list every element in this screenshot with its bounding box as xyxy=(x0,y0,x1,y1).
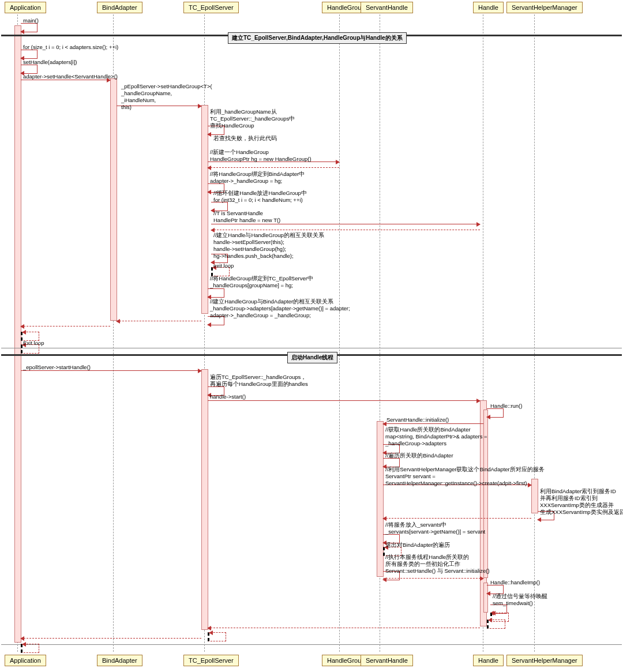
msg-main: main() xyxy=(23,17,39,24)
msg-pepoll: _pEpollServer->setHandleGroup<T>( _handl… xyxy=(121,83,212,111)
msg-handle-start: handle->start() xyxy=(210,393,246,400)
return-hg xyxy=(208,167,339,168)
participant-shm: ServantHelperManager xyxy=(506,2,583,13)
msg-exit-inner: exit loop xyxy=(213,262,234,269)
participant-handle-b: Handle xyxy=(473,655,504,666)
msg-get-adapters: //获取Handle所关联的BindAdapter map<string, Bi… xyxy=(385,426,487,447)
msg-starthandle: _epollServer->startHandle() xyxy=(23,364,91,371)
msg-new-handle: //T is ServantHandle HandlePtr handle = … xyxy=(213,210,280,224)
arrow-handle-start xyxy=(208,400,480,401)
msg-new-hg: //新建一个HandleGroup HandleGroupPtr hg = ne… xyxy=(210,149,312,163)
participant-application: Application xyxy=(5,2,46,13)
msg-rel-handle: //建立Handle与HandleGroup的相互关联关系 handle->se… xyxy=(213,232,324,260)
msg-exit-outer: Exit loop xyxy=(23,340,44,347)
return-handle xyxy=(211,230,480,230)
msg-servant-init: ServantHandle::initialize() xyxy=(386,416,449,423)
msg-put-servant: //将服务放入_servants中 _servants[servant->get… xyxy=(385,521,485,535)
sequence-diagram: Application BindAdapter TC_EpollServer H… xyxy=(0,0,623,672)
msg-hg-bindadapter: //建立HandleGroup与BindAdapter的相互关联关系 _hand… xyxy=(210,298,350,319)
self-for xyxy=(21,50,37,59)
return-servant-init xyxy=(383,578,483,579)
participant-application-b: Application xyxy=(5,655,46,666)
return-handle-start xyxy=(208,628,480,628)
msg-for-adapters: for (size_t i = 0; i < adapters.size(); … xyxy=(23,44,118,51)
self-bind-hg-epoll xyxy=(208,288,224,298)
participant-servanthandle-b: ServantHandle xyxy=(361,655,413,666)
msg-loop-hg: 遍历TC_EpollServer::_handleGroups， 再遍历每个Ha… xyxy=(210,374,308,388)
msg-create-servant: //利用ServantHelperManager获取这个BindAdapter所… xyxy=(385,466,545,487)
msg-sem-wait: //通过信号量等待唤醒 sem_timedwait() xyxy=(493,593,547,607)
participant-handle: Handle xyxy=(473,2,504,13)
participant-shm-b: ServantHelperManager xyxy=(506,655,583,666)
participant-tcepollserver-b: TC_EpollServer xyxy=(183,655,239,666)
msg-bind-hg: //将HandleGroup绑定到BindAdapter中 adapter->_… xyxy=(210,171,305,185)
self-ret-main xyxy=(21,644,39,653)
msg-handle-imp: Handle::handleImp() xyxy=(490,579,540,586)
participant-bindadapter-b: BindAdapter xyxy=(97,655,142,666)
self-main xyxy=(21,23,37,32)
msg-servant-sethandle: //执行本服务线程Handle所关联的 所有服务类的一些初始化工作 Servan… xyxy=(385,554,490,575)
arrow-servant-init xyxy=(383,423,483,424)
arrow-epoll-handle xyxy=(211,224,480,224)
participant-bindadapter: BindAdapter xyxy=(97,2,142,13)
self-sethandle xyxy=(21,65,37,74)
return-app xyxy=(21,326,110,326)
msg-exit-bind: 退出对BindAdapter的遍历 xyxy=(385,542,450,549)
self-ret-imp xyxy=(487,620,505,629)
msg-bind-hg-epoll: //将HandleGroup绑定到TC_EpollServer中 _handle… xyxy=(210,275,313,289)
return-starthandle xyxy=(21,638,201,639)
msg-ifnotfound: 若查找失败，执行此代码 xyxy=(213,135,277,142)
msg-sethandle: setHandle(adapters[i]) xyxy=(23,59,77,66)
msg-iter-adapters: //遍历所关联的BindAdapter xyxy=(385,452,453,459)
self-ret-loop-hg xyxy=(208,632,226,641)
msg-adapter-sethandle: adapter->setHandle<ServantHandle>() xyxy=(23,73,118,80)
note-shm: 利用BindAdapter索引到服务ID 并再利用服务ID索引到 XXXServ… xyxy=(540,488,623,516)
return-ba xyxy=(117,321,201,321)
return-servant xyxy=(383,518,531,519)
participant-servanthandle: ServantHandle xyxy=(361,2,413,13)
participant-tcepollserver: TC_EpollServer xyxy=(183,2,239,13)
group-label-2: 启动Handle线程 xyxy=(287,352,337,363)
msg-find-hg: 利用_handleGroupName从 TC_EpollServer::_han… xyxy=(210,108,295,129)
msg-loop-handles: //循环创建Handle放进HandleGroup中 for (int32_t … xyxy=(213,190,307,204)
msg-handle-run: Handle::run() xyxy=(490,403,522,410)
group-label-1: 建立TC_EpollServer,BindAdapter,HandleGroup… xyxy=(228,32,407,44)
self-handle-run xyxy=(487,408,504,418)
